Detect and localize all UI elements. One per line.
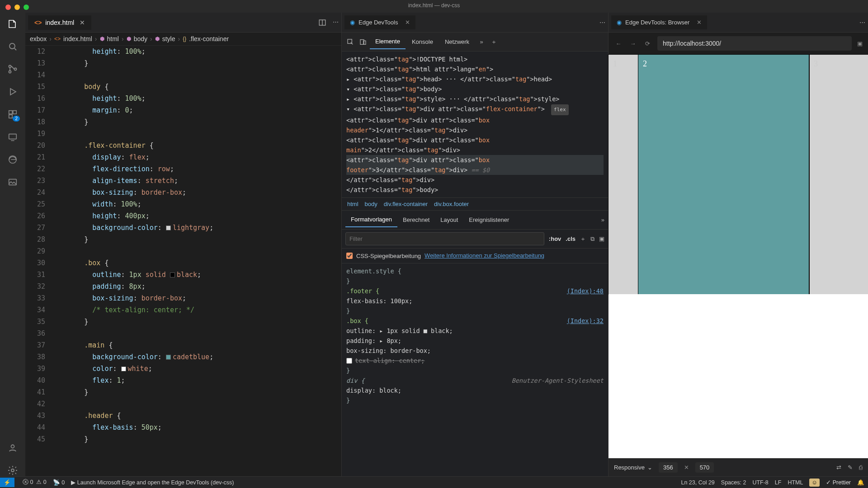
responsive-select[interactable]: Responsive ⌄ <box>614 464 652 471</box>
edge-icon: ◉ <box>350 19 355 26</box>
activity-bar: 2 <box>0 13 25 476</box>
mirror-checkbox[interactable] <box>346 253 353 259</box>
code-editor[interactable]: 1213141516171819202122232425262728293031… <box>25 46 341 476</box>
breadcrumb[interactable]: exbox› <>index.html› ⬢html› ⬢body› ⬢styl… <box>25 33 341 46</box>
panel-icon[interactable]: ▣ <box>599 235 604 242</box>
copy-icon[interactable]: ⧉ <box>590 235 594 243</box>
cursor-position[interactable]: Ln 23, Col 29 <box>681 479 714 486</box>
svg-rect-9 <box>9 179 17 185</box>
rotate-icon[interactable]: ⇄ <box>836 464 841 471</box>
device-toggle-icon[interactable] <box>357 36 369 48</box>
preview-pane: ◉ Edge DevTools: Browser ✕ ⋯ ← → ⟳ http:… <box>609 13 868 476</box>
tab-styles[interactable]: Formatvorlagen <box>345 212 397 227</box>
split-editor-icon[interactable] <box>318 19 326 27</box>
add-tab-icon[interactable]: ＋ <box>491 38 497 46</box>
back-icon[interactable]: ← <box>614 40 623 47</box>
tab-computed[interactable]: Berechnet <box>397 213 435 227</box>
more-icon[interactable]: ⋯ <box>599 19 605 26</box>
cls-toggle[interactable]: .cls <box>566 235 576 242</box>
preview-box-2: 2 <box>638 55 809 294</box>
chevron-right-icon[interactable]: » <box>476 36 487 48</box>
svg-point-3 <box>14 68 17 70</box>
encoding[interactable]: UTF-8 <box>752 479 768 486</box>
chevron-right-icon[interactable]: » <box>601 216 604 223</box>
close-icon[interactable]: ✕ <box>697 19 702 26</box>
extensions-badge: 2 <box>13 116 20 122</box>
preview-toolbar: ← → ⟳ http://localhost:3000/ ▣ <box>609 33 868 55</box>
close-icon[interactable]: ✕ <box>80 19 85 26</box>
language-mode[interactable]: HTML <box>788 479 803 486</box>
tab-listeners[interactable]: Ereignislistener <box>463 213 514 227</box>
more-icon[interactable]: ⋯ <box>333 19 339 27</box>
tab-layout[interactable]: Layout <box>435 213 463 227</box>
forward-icon[interactable]: → <box>628 40 637 47</box>
filter-input[interactable] <box>345 232 544 245</box>
editor-tab-index[interactable]: <> index.html ✕ <box>28 15 91 30</box>
preview-tab[interactable]: ◉ Edge DevTools: Browser ✕ <box>611 15 707 29</box>
window-title: index.html — dev-css <box>0 0 868 13</box>
errors-count[interactable]: ⓧ 0 ⚠ 0 <box>23 479 47 486</box>
dom-breadcrumb[interactable]: html body div.flex-container div.box.foo… <box>342 197 608 211</box>
responsive-bar: Responsive ⌄ 356 ✕ 570 ⇄ ✎ ⎙ <box>609 458 868 476</box>
indent-setting[interactable]: Spaces: 2 <box>721 479 746 486</box>
preview-box-1: 1 <box>609 55 638 294</box>
dom-tree[interactable]: <attr">class="tag">!DOCTYPE html><attr">… <box>342 52 608 197</box>
devtools-tabs: Elemente Konsole Netzwerk » ＋ <box>342 33 608 52</box>
svg-point-2 <box>9 71 11 73</box>
tab-network[interactable]: Netzwerk <box>439 35 475 49</box>
svg-rect-7 <box>9 134 17 139</box>
reload-icon[interactable]: ⟳ <box>643 40 652 47</box>
source-control-icon[interactable] <box>7 63 19 75</box>
css-mirror-row: CSS-Spiegelbearbeitung Weitere Informati… <box>342 249 608 263</box>
close-icon[interactable]: ✕ <box>405 19 410 26</box>
svg-point-0 <box>9 43 15 49</box>
extensions-icon[interactable]: 2 <box>7 108 19 120</box>
tab-elements[interactable]: Elemente <box>370 34 406 49</box>
width-input[interactable]: 356 <box>659 462 678 473</box>
explorer-icon[interactable] <box>7 18 19 30</box>
window-traffic-lights[interactable] <box>5 5 29 10</box>
more-icon[interactable]: ⋯ <box>859 19 865 26</box>
rule-checkbox[interactable] <box>346 358 352 364</box>
svg-rect-6 <box>9 115 12 118</box>
editor-pane: <> index.html ✕ ⋯ exbox› <>index.html› ⬢… <box>25 13 342 476</box>
notifications-icon[interactable]: 🔔 <box>857 479 864 486</box>
chevron-down-icon: ⌄ <box>647 464 652 471</box>
hov-toggle[interactable]: :hov <box>549 235 561 242</box>
eol[interactable]: LF <box>775 479 782 486</box>
svg-rect-5 <box>13 111 16 114</box>
edge-tools-icon[interactable] <box>7 154 19 165</box>
mirror-label: CSS-Spiegelbearbeitung <box>356 253 421 259</box>
status-bar: ⚡ ⓧ 0 ⚠ 0 📡 0 ▶ Launch Microsoft Edge an… <box>0 476 868 488</box>
styles-toolbar: :hov .cls ＋ ⧉ ▣ <box>342 230 608 249</box>
ports-count[interactable]: 📡 0 <box>53 479 65 486</box>
picker-icon[interactable]: ✎ <box>848 464 853 471</box>
editor-tab-label: index.html <box>45 19 74 26</box>
html-file-icon: <> <box>34 19 42 26</box>
inspect-icon[interactable] <box>344 36 356 48</box>
account-icon[interactable] <box>7 442 19 454</box>
remote-indicator[interactable]: ⚡ <box>0 478 14 487</box>
gallery-icon[interactable] <box>7 176 19 188</box>
height-input[interactable]: 570 <box>695 462 714 473</box>
css-rules[interactable]: element.style { } .footer {(Index):48 fl… <box>342 263 608 408</box>
svg-rect-4 <box>9 111 12 114</box>
tab-console[interactable]: Konsole <box>406 35 439 49</box>
mirror-link[interactable]: Weitere Informationen zur Spiegelbearbei… <box>425 252 544 259</box>
feedback-icon[interactable]: ☺ <box>809 479 820 487</box>
svg-point-11 <box>11 469 14 472</box>
remote-explorer-icon[interactable] <box>7 131 19 143</box>
add-rule-icon[interactable]: ＋ <box>580 235 586 243</box>
settings-gear-icon[interactable] <box>7 465 19 476</box>
launch-hint[interactable]: ▶ Launch Microsoft Edge and open the Edg… <box>71 479 234 486</box>
prettier-status[interactable]: ✓ Prettier <box>826 479 851 486</box>
search-icon[interactable] <box>7 41 19 52</box>
run-debug-icon[interactable] <box>7 86 19 98</box>
url-bar[interactable]: http://localhost:3000/ <box>657 36 852 51</box>
viewport-icon[interactable]: ▣ <box>857 40 863 47</box>
screenshot-icon[interactable]: ⎙ <box>859 464 863 471</box>
devtools-pane: ◉ Edge DevTools ✕ ⋯ Elemente Konsole Net… <box>342 13 609 476</box>
devtools-tab[interactable]: ◉ Edge DevTools ✕ <box>344 15 415 29</box>
preview-box-3: 3 <box>809 55 868 294</box>
svg-point-1 <box>9 66 11 68</box>
